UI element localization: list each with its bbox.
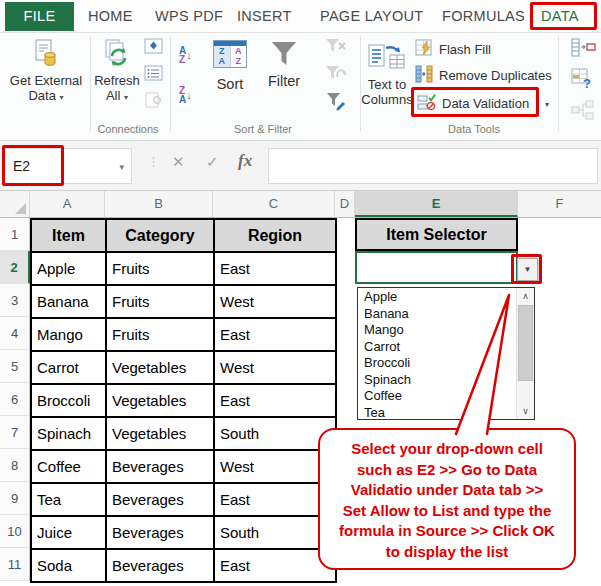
- cell-c2[interactable]: East: [215, 253, 337, 286]
- table-header-category[interactable]: Category: [107, 220, 215, 253]
- row-header-7[interactable]: 7: [0, 416, 30, 449]
- cancel-button[interactable]: ✕: [172, 153, 185, 171]
- cell-c5[interactable]: West: [215, 352, 337, 385]
- row-header-5[interactable]: 5: [0, 350, 30, 383]
- dropdown-option-tea[interactable]: Tea: [358, 405, 515, 422]
- refresh-all-button[interactable]: Refresh All ▾: [92, 38, 142, 105]
- dropdown-scrollbar[interactable]: ∧ ∨: [516, 288, 534, 419]
- filter-button[interactable]: Filter: [262, 40, 306, 89]
- row-header-9[interactable]: 9: [0, 482, 30, 515]
- cell-c3[interactable]: West: [215, 286, 337, 319]
- cell-a7[interactable]: Spinach: [32, 418, 107, 451]
- flash-fill-button[interactable]: Flash Fill: [415, 39, 491, 60]
- cell-a5[interactable]: Carrot: [32, 352, 107, 385]
- what-if-analysis-icon[interactable]: ?: [571, 68, 599, 94]
- column-header-e[interactable]: E: [355, 191, 518, 217]
- column-header-c[interactable]: C: [213, 191, 335, 217]
- cell-b3[interactable]: Fruits: [107, 286, 215, 319]
- advanced-filter-icon[interactable]: [325, 92, 347, 115]
- cell-b10[interactable]: Beverages: [107, 517, 215, 550]
- scrollbar-thumb[interactable]: [518, 305, 533, 381]
- cell-c4[interactable]: East: [215, 319, 337, 352]
- text-to-columns-label-1: Text to: [368, 77, 406, 92]
- dropdown-option-banana[interactable]: Banana: [358, 306, 515, 323]
- remove-duplicates-button[interactable]: Remove Duplicates: [415, 65, 552, 86]
- dropdown-option-carrot[interactable]: Carrot: [358, 339, 515, 356]
- table-header-region[interactable]: Region: [215, 220, 337, 253]
- reapply-filter-icon[interactable]: [325, 65, 347, 87]
- column-header-a[interactable]: A: [30, 191, 105, 217]
- callout-line: Select your drop-down cell: [320, 439, 574, 460]
- tab-insert[interactable]: INSERT: [237, 0, 292, 33]
- tab-formulas[interactable]: FORMULAS: [442, 0, 525, 33]
- name-box-caret-icon[interactable]: ▾: [119, 150, 124, 184]
- dropdown-option-coffee[interactable]: Coffee: [358, 388, 515, 405]
- dropdown-option-broccoli[interactable]: Broccoli: [358, 355, 515, 372]
- sort-za-button[interactable]: ZA↓: [179, 86, 192, 104]
- formula-row: E2 ▾ ⋮ ✕ ✓ fx: [0, 141, 601, 191]
- cell-b4[interactable]: Fruits: [107, 319, 215, 352]
- row-header-3[interactable]: 3: [0, 284, 30, 317]
- row-header-6[interactable]: 6: [0, 383, 30, 416]
- item-selector-header-cell[interactable]: Item Selector: [355, 218, 518, 251]
- clear-filter-icon[interactable]: [325, 38, 347, 60]
- cell-a2[interactable]: Apple: [32, 253, 107, 286]
- row-header-10[interactable]: 10: [0, 515, 30, 548]
- scroll-up-icon[interactable]: ∧: [517, 288, 534, 304]
- cell-a3[interactable]: Banana: [32, 286, 107, 319]
- row-header-4[interactable]: 4: [0, 317, 30, 350]
- name-box[interactable]: E2 ▾: [4, 148, 132, 184]
- cell-a9[interactable]: Tea: [32, 484, 107, 517]
- dropdown-option-mango[interactable]: Mango: [358, 322, 515, 339]
- cell-b5[interactable]: Vegetables: [107, 352, 215, 385]
- cell-a8[interactable]: Coffee: [32, 451, 107, 484]
- table-header-item[interactable]: Item: [32, 220, 107, 253]
- tab-wps-pdf[interactable]: WPS PDF: [155, 0, 223, 33]
- row-header-11[interactable]: 11: [0, 548, 30, 581]
- dropdown-arrow-button[interactable]: ▼: [517, 258, 538, 281]
- cell-b11[interactable]: Beverages: [107, 550, 215, 583]
- edit-links-icon[interactable]: [144, 92, 164, 113]
- dropdown-option-apple[interactable]: Apple: [358, 289, 515, 306]
- refresh-all-label-1: Refresh: [94, 73, 140, 88]
- consolidate-icon[interactable]: [571, 38, 599, 62]
- cell-b2[interactable]: Fruits: [107, 253, 215, 286]
- cell-a11[interactable]: Soda: [32, 550, 107, 583]
- flash-fill-label: Flash Fill: [439, 42, 491, 57]
- workbook-connections-icon[interactable]: [144, 65, 164, 86]
- scroll-down-icon[interactable]: ∨: [517, 403, 534, 419]
- cell-c6[interactable]: East: [215, 385, 337, 418]
- column-header-f[interactable]: F: [518, 191, 601, 217]
- row-header-8[interactable]: 8: [0, 449, 30, 482]
- row-header-1[interactable]: 1: [0, 218, 30, 251]
- select-all-corner[interactable]: [0, 191, 30, 217]
- tab-home[interactable]: HOME: [88, 0, 133, 33]
- cell-b6[interactable]: Vegetables: [107, 385, 215, 418]
- insert-function-button[interactable]: fx: [238, 151, 252, 171]
- tab-page-layout[interactable]: PAGE LAYOUT: [320, 0, 423, 33]
- cell-a4[interactable]: Mango: [32, 319, 107, 352]
- relationships-icon[interactable]: [571, 100, 599, 124]
- cell-b7[interactable]: Vegetables: [107, 418, 215, 451]
- tab-file[interactable]: FILE: [5, 2, 74, 31]
- cell-b9[interactable]: Beverages: [107, 484, 215, 517]
- formula-bar-handle[interactable]: ⋮: [147, 154, 159, 169]
- row-header-2[interactable]: 2: [0, 251, 30, 284]
- enter-button[interactable]: ✓: [206, 153, 219, 171]
- tab-data[interactable]: DATA: [541, 0, 579, 33]
- dropdown-option-spinach[interactable]: Spinach: [358, 372, 515, 389]
- column-header-d[interactable]: D: [335, 191, 355, 217]
- sort-az-button[interactable]: AZ↓: [179, 46, 192, 64]
- properties-icon[interactable]: [144, 38, 164, 59]
- cell-a6[interactable]: Broccoli: [32, 385, 107, 418]
- data-validation-button[interactable]: Data Validation: [417, 93, 529, 114]
- cell-a10[interactable]: Juice: [32, 517, 107, 550]
- text-to-columns-button[interactable]: Text to Columns: [362, 40, 412, 107]
- column-header-b[interactable]: B: [105, 191, 213, 217]
- get-external-data-button[interactable]: Get External Data ▾: [2, 38, 90, 105]
- sort-button[interactable]: ZAAZ Sort: [206, 40, 254, 92]
- data-validation-caret-icon[interactable]: ▾: [545, 100, 549, 109]
- selected-cell-e2[interactable]: [355, 251, 518, 284]
- cell-b8[interactable]: Beverages: [107, 451, 215, 484]
- formula-input[interactable]: [268, 148, 598, 184]
